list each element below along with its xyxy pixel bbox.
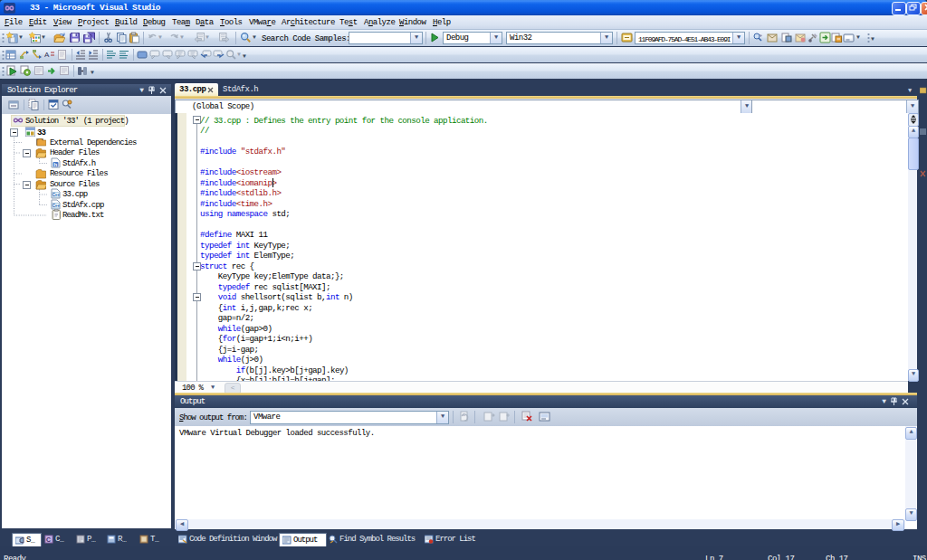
svg-text:C++: C++ bbox=[53, 203, 61, 208]
svg-text:C++: C++ bbox=[53, 192, 61, 197]
svg-text:A: A bbox=[44, 51, 50, 59]
